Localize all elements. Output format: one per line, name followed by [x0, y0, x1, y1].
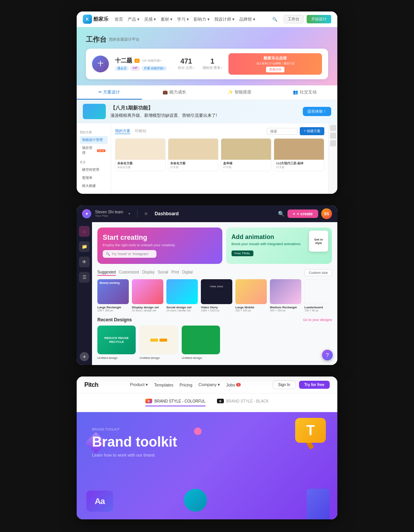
c3-brand-tab-colorful[interactable]: B BRAND STYLE - COLORFUL: [145, 399, 205, 406]
c3-nav-company[interactable]: Company ▾: [199, 382, 220, 387]
c3-nav-product[interactable]: Product ▾: [130, 382, 148, 387]
c2-template-4[interactable]: FINAL SALE Video Story 1080 × 1920 px: [201, 279, 232, 312]
c2-tab-customized[interactable]: Customized: [119, 270, 139, 276]
c2-template-1[interactable]: Beauty working Large Rectangle 336 × 280…: [97, 279, 129, 312]
c1-promo-btn[interactable]: 查看详情: [266, 67, 284, 72]
c2-tab-social[interactable]: Social: [158, 270, 168, 276]
c1-tab-ability[interactable]: 💼 能力成长: [142, 85, 207, 100]
c1-nav-influence[interactable]: 影响力 ▾: [194, 16, 210, 22]
c1-tool-3[interactable]: [330, 140, 336, 146]
c2-recent-card-3[interactable]: Untitled design: [182, 326, 220, 360]
c1-tool-1[interactable]: [330, 125, 336, 131]
c1-banner-image: [83, 104, 106, 119]
c1-design-card-2[interactable]: 未命名方案 27天前: [168, 138, 219, 171]
c2-user-avatar[interactable]: SS: [321, 208, 332, 219]
c1-design-thumb-2: [168, 139, 218, 160]
c1-tag-vip: VIP: [130, 66, 140, 71]
c3-brand-tab-black[interactable]: B BRAND STYLE - BLACK: [217, 399, 269, 406]
c1-design-card-1[interactable]: 未命名方案 未命名方案: [115, 138, 166, 171]
c1-design-name-2: 未命名方案: [170, 161, 216, 165]
c1-design-card-3[interactable]: 盒串城 27天前: [221, 138, 271, 171]
c2-recent-card-2[interactable]: Untitled design: [140, 326, 178, 360]
c1-nav-designer[interactable]: 我设计师 ▾: [214, 16, 235, 22]
card-kujiajia: K 酷家乐 首页 产品 ▾ 灵感 ▾ 素材 ▾ 学习 ▾ 影响力 ▾ 我设计师 …: [77, 11, 337, 194]
c1-workspace-button[interactable]: 工作台: [284, 15, 304, 23]
c2-recent-name-3: Untitled design: [182, 356, 220, 360]
c1-profile-row: 十 十二题 V VIP 动画升级+ 通会员 VIP 开通 动画升级+ 471 积…: [86, 49, 328, 79]
c2-tab-suggested[interactable]: Suggested: [97, 270, 116, 276]
c2-template-3[interactable]: Social design set 19 sizes | design set: [166, 279, 198, 312]
c1-tab-design[interactable]: ✏ 方案设计: [77, 85, 142, 100]
c2-banner-search[interactable]: 🔍 Try 'travel' or 'Instagram': [103, 250, 156, 258]
c1-tab-social[interactable]: 👥 社交互动: [272, 85, 337, 100]
c1-nav-product[interactable]: 产品 ▾: [128, 16, 140, 22]
c1-score-label: 积分 点亮~: [178, 65, 195, 70]
c2-template-label-1: Large Rectangle: [97, 306, 129, 309]
c2-recent-card-1[interactable]: REDUCE REUSE RECYCLE Untitled design: [97, 326, 136, 360]
c3-nav-pricing[interactable]: Pricing: [179, 382, 192, 387]
c2-template-thumb-1: Beauty working: [97, 279, 129, 304]
c1-design-name-3: 盒串城: [223, 161, 269, 165]
c2-create-label: + create: [297, 211, 313, 216]
c1-name-row: 十二题 V VIP 动画升级+: [115, 57, 167, 64]
c1-sidebar-quotes[interactable]: 逛报单: [80, 174, 108, 182]
c3-nav-templates[interactable]: Templates: [154, 382, 173, 387]
c1-subtab-mine[interactable]: 我的方案: [115, 128, 130, 134]
c2-template-6[interactable]: Medium Rectangle 300 × 250 px: [270, 279, 301, 312]
c2-template-thumb-3: [166, 279, 198, 304]
card-canva: ✦ Steven Shi team Your Plan ▾ ⊞ Dashboar…: [77, 205, 337, 365]
c2-start-creating-title: Start creating: [103, 234, 217, 242]
c1-nav-inspire[interactable]: 灵感 ▾: [144, 16, 156, 22]
c1-subtab-team[interactable]: 印枚站: [135, 128, 146, 134]
c1-create-btn[interactable]: + 创建方案: [300, 127, 324, 135]
c2-template-7[interactable]: Leaderboard 728 × 90 px: [304, 279, 332, 312]
c2-go-link[interactable]: Go to your designs: [303, 318, 332, 322]
c1-start-button[interactable]: 开始设计: [307, 15, 331, 23]
c1-sidebar-extension[interactable]: 插大购建: [80, 182, 108, 190]
c1-sidebar-smart-design[interactable]: 智能设计管理: [80, 136, 108, 144]
c2-tab-display[interactable]: Display: [142, 270, 155, 276]
c2-logo-icon: ✦: [82, 209, 91, 218]
c3-colorful-icon: B: [145, 399, 152, 403]
c1-subtabs: 我的方案 印枚站: [115, 128, 146, 134]
c1-nav-brand[interactable]: 品牌馆 ▾: [239, 16, 255, 22]
c1-tab-ai[interactable]: ✨ 智能搭搭: [207, 85, 272, 100]
c2-navbar: ✦ Steven Shi team Your Plan ▾ ⊞ Dashboar…: [77, 205, 337, 222]
c3-signin-btn[interactable]: Sign In: [273, 380, 296, 389]
c3-aa-badge: Aa: [86, 491, 113, 512]
c2-tab-digital[interactable]: Digital: [182, 270, 193, 276]
c1-nav-home[interactable]: 首页: [115, 16, 123, 22]
c1-banner-btn[interactable]: 提前体验！: [303, 107, 331, 116]
c2-search-icon[interactable]: 🔍: [278, 211, 284, 217]
c1-design-name-4: 112方现代三层-副本: [276, 161, 322, 165]
c1-nav-material[interactable]: 素材 ▾: [161, 16, 172, 22]
c1-avatar: 十: [92, 56, 109, 72]
c3-try-btn[interactable]: Try for free: [299, 381, 330, 389]
c2-sidebar-list-icon[interactable]: ☰: [79, 272, 90, 283]
c2-sidebar-plus-btn[interactable]: +: [80, 352, 89, 361]
c2-template-thumb-7: [304, 279, 332, 304]
c1-nav-learn[interactable]: 学习 ▾: [177, 16, 189, 22]
c2-template-2[interactable]: Display design set 19 sizes | design set: [132, 279, 163, 312]
c2-custom-size-btn[interactable]: Custom size: [304, 269, 332, 276]
c1-sidebar-space[interactable]: 楼空间管理: [80, 166, 108, 174]
c2-create-button[interactable]: + + create: [288, 210, 318, 218]
c2-sidebar-home-icon[interactable]: ⌂: [79, 226, 90, 237]
c2-recent-name-2: Untitled design: [140, 356, 178, 360]
c2-fab-button[interactable]: ?: [322, 350, 333, 360]
c1-search-input[interactable]: [267, 128, 297, 135]
c1-design-card-4[interactable]: 112方现代三层-副本 27天前: [274, 138, 324, 171]
c2-sidebar-eye-icon[interactable]: 👁: [79, 257, 90, 267]
c2-free-trial-badge[interactable]: Free TRIAL: [232, 250, 253, 256]
c1-tool-2[interactable]: [330, 133, 336, 139]
c1-sidebar-project[interactable]: 项目管理 NEW: [80, 144, 108, 157]
c2-sidebar-folder-icon[interactable]: 📁: [79, 241, 90, 252]
c2-tab-print[interactable]: Print: [171, 270, 179, 276]
c1-nav-search-icon[interactable]: 🔍: [272, 17, 278, 22]
c2-recent-header: Recent Designs Go to your designs: [97, 317, 332, 322]
c1-design-meta-3: 27天前: [223, 165, 269, 169]
c2-template-label-7: Leaderboard: [304, 306, 332, 309]
c2-template-5[interactable]: Large Mobile 320 × 320 px: [235, 279, 267, 312]
c3-nav-jobs[interactable]: Jobs 5: [226, 382, 241, 387]
c2-chevron-icon[interactable]: ▾: [128, 212, 130, 216]
